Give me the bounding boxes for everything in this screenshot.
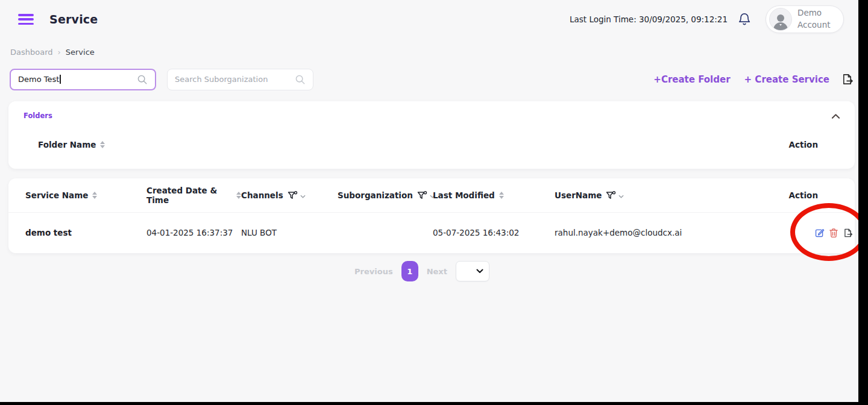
- cell-service-name: demo test: [25, 228, 146, 237]
- chevron-down-icon: [300, 195, 306, 198]
- chevron-up-icon[interactable]: [831, 110, 840, 122]
- cell-username: rahul.nayak+demo@cloudcx.ai: [555, 228, 735, 237]
- pagination: Previous 1 Next: [0, 261, 844, 281]
- column-header-channels[interactable]: Channels: [241, 190, 338, 200]
- sort-icon[interactable]: [92, 192, 97, 199]
- search-suborganization-box[interactable]: [167, 69, 313, 90]
- page-title: Service: [49, 13, 98, 26]
- page-size-select[interactable]: [456, 261, 489, 281]
- account-name-label: Demo Account: [797, 7, 835, 31]
- search-suborganization-input[interactable]: [175, 75, 295, 84]
- column-header-created[interactable]: Created Date & Time: [146, 186, 241, 205]
- text-cursor: [60, 75, 61, 84]
- sort-icon[interactable]: [100, 141, 105, 148]
- column-header-suborganization[interactable]: Suborganization: [338, 190, 433, 200]
- chevron-down-icon: [476, 269, 483, 274]
- sort-icon[interactable]: [499, 192, 504, 199]
- folders-panel-title: Folders: [24, 111, 52, 120]
- previous-page-button[interactable]: Previous: [354, 267, 393, 276]
- search-service-input[interactable]: Demo Test: [10, 69, 156, 90]
- sort-icon[interactable]: [236, 192, 241, 199]
- bell-icon[interactable]: [738, 12, 751, 27]
- create-service-button[interactable]: + Create Service: [744, 74, 829, 85]
- services-table-header: Service Name Created Date & Time Channel…: [8, 178, 855, 213]
- avatar-icon: [769, 8, 792, 31]
- breadcrumb-separator-icon: ›: [58, 48, 61, 57]
- folder-action-column-header: Action: [789, 140, 818, 149]
- create-folder-button[interactable]: +Create Folder: [653, 74, 730, 85]
- annotation-red-ellipse: [790, 203, 867, 261]
- current-page-button[interactable]: 1: [401, 261, 418, 281]
- column-header-service-name[interactable]: Service Name: [25, 190, 146, 200]
- export-file-icon[interactable]: [841, 73, 854, 86]
- column-header-last-modified[interactable]: Last Modified: [433, 190, 555, 200]
- toolbar: Demo Test +Create Folder + Create Servic…: [10, 68, 854, 90]
- filter-icon[interactable]: [288, 191, 306, 200]
- next-page-button[interactable]: Next: [427, 267, 447, 276]
- breadcrumb: Dashboard › Service: [10, 48, 95, 57]
- search-icon: [137, 74, 148, 85]
- top-bar: Service Last Login Time: 30/09/2025, 09:…: [0, 0, 858, 39]
- column-header-username[interactable]: UserName: [555, 190, 735, 200]
- filter-icon[interactable]: [606, 191, 624, 200]
- breadcrumb-service: Service: [66, 48, 95, 57]
- search-service-value: Demo Test: [18, 75, 59, 84]
- column-header-action: Action: [789, 190, 838, 200]
- search-icon: [295, 74, 306, 85]
- chevron-down-icon: [618, 195, 624, 198]
- account-button[interactable]: Demo Account: [766, 5, 844, 33]
- services-table: Service Name Created Date & Time Channel…: [8, 178, 855, 253]
- screenshot-edge-right: [858, 0, 868, 405]
- folders-panel: Folders Folder Name Action: [8, 101, 855, 169]
- screenshot-edge-bottom: [0, 402, 868, 405]
- last-login-time: Last Login Time: 30/09/2025, 09:12:21: [570, 14, 728, 24]
- cell-channels: NLU BOT: [241, 228, 338, 237]
- breadcrumb-dashboard[interactable]: Dashboard: [10, 48, 53, 57]
- table-row: demo test 04-01-2025 16:37:37 NLU BOT 05…: [8, 213, 855, 253]
- hamburger-menu-icon[interactable]: [18, 14, 34, 25]
- cell-last-modified: 05-07-2025 16:43:02: [433, 228, 555, 237]
- folder-name-column-header[interactable]: Folder Name: [38, 140, 105, 149]
- cell-created: 04-01-2025 16:37:37: [146, 228, 241, 237]
